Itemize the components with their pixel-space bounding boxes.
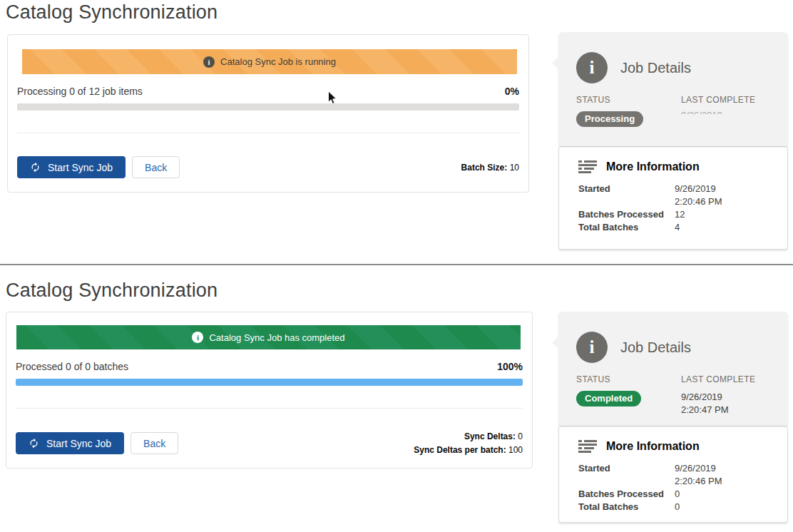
sync-deltas-stat: Sync Deltas: 0 [414, 431, 523, 441]
progress-label: Processing 0 of 12 job items [17, 86, 143, 97]
status-badge: Processing [576, 111, 643, 127]
status-banner: i Catalog Sync Job is running [22, 49, 517, 74]
back-button[interactable]: Back [131, 432, 178, 454]
page-title: Catalog Synchronization [6, 280, 218, 302]
info-row-started: Started 9/26/2019 2:20:46 PM [578, 183, 777, 208]
start-sync-job-button[interactable]: Start Sync Job [16, 432, 124, 454]
info-row-batches-processed: Batches Processed 12 [578, 208, 777, 221]
panel-title: Job Details [620, 339, 691, 356]
more-information-title: More Information [606, 440, 700, 453]
card-stats: Batch Size: 10 [461, 163, 519, 173]
job-details-panel: i Job Details STATUS Completed LAST COMP… [558, 312, 788, 523]
status-banner: i Catalog Sync Job has completed [16, 325, 521, 349]
info-circle-icon: i [576, 332, 608, 363]
card-divider [17, 133, 519, 133]
status-badge: Completed [576, 391, 641, 406]
sync-card: i Catalog Sync Job is running Processing… [7, 34, 529, 193]
more-information-card: More Information Started 9/26/2019 2:20:… [558, 146, 788, 250]
last-complete-time: 2:20:47 PM [681, 404, 755, 416]
progress-percent: 0% [505, 86, 519, 97]
banner-text: Catalog Sync Job has completed [209, 332, 344, 343]
sync-icon [29, 438, 39, 449]
progress-bar [16, 379, 523, 386]
back-button[interactable]: Back [132, 156, 180, 178]
info-icon: i [192, 332, 203, 343]
info-row-total-batches: Total Batches 0 [578, 501, 777, 513]
start-sync-job-label: Start Sync Job [46, 438, 111, 449]
progress-label: Processed 0 of 0 batches [16, 361, 128, 372]
start-sync-job-label: Start Sync Job [48, 162, 113, 173]
rich-text-list-icon [578, 439, 597, 454]
more-information-card: More Information Started 9/26/2019 2:20:… [558, 426, 788, 523]
last-complete-clipped-value: 9/26/2019 [681, 111, 755, 114]
info-row-total-batches: Total Batches 4 [578, 221, 777, 234]
info-row-started: Started 9/26/2019 2:20:46 PM [578, 462, 777, 488]
info-row-batches-processed: Batches Processed 0 [578, 488, 777, 501]
page: Catalog Synchronization i Catalog Sync J… [0, 0, 793, 532]
job-details-panel: i Job Details STATUS Processing LAST COM… [558, 32, 788, 250]
progress-bar-fill [16, 379, 523, 386]
banner-text: Catalog Sync Job is running [220, 56, 336, 67]
sync-deltas-per-batch-stat: Sync Deltas per batch: 100 [414, 445, 523, 455]
last-complete-date: 9/26/2019 [681, 391, 755, 404]
batch-size-stat: Batch Size: 10 [461, 163, 519, 173]
progress-bar [17, 103, 519, 111]
page-title: Catalog Synchronization [6, 1, 218, 24]
status-label: STATUS [576, 374, 681, 384]
last-complete-label: LAST COMPLETE [681, 374, 755, 384]
panel-title: Job Details [620, 60, 691, 76]
last-complete-label: LAST COMPLETE [681, 95, 755, 105]
progress-percent: 100% [497, 361, 523, 372]
info-circle-icon: i [576, 52, 608, 83]
rich-text-list-icon [578, 160, 597, 174]
more-information-title: More Information [606, 160, 700, 173]
card-stats: Sync Deltas: 0 Sync Deltas per batch: 10… [414, 431, 523, 455]
card-divider [16, 408, 523, 409]
sync-icon [30, 162, 41, 173]
mouse-cursor [327, 91, 337, 106]
section-divider [0, 264, 793, 265]
status-label: STATUS [576, 95, 681, 105]
sync-card: i Catalog Sync Job has completed Process… [6, 312, 533, 469]
start-sync-job-button[interactable]: Start Sync Job [17, 156, 126, 178]
info-icon: i [203, 56, 215, 68]
